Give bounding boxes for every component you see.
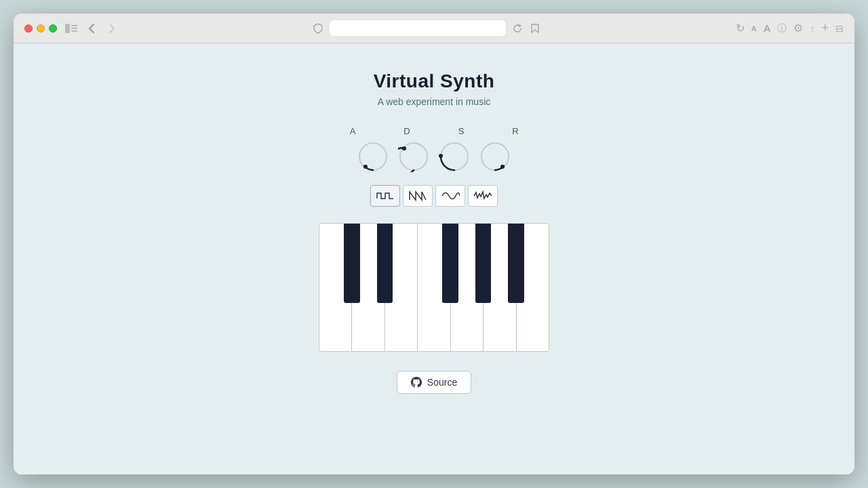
knob-decay[interactable]	[396, 139, 431, 174]
knob-release[interactable]	[477, 139, 513, 174]
back-button[interactable]	[85, 22, 98, 35]
black-key-csharp[interactable]	[344, 224, 360, 303]
refresh-icon[interactable]	[511, 22, 524, 35]
label-s: S	[443, 126, 479, 136]
source-button[interactable]: Source	[397, 371, 471, 394]
downloads-icon[interactable]: ↻	[736, 22, 745, 35]
shield-icon	[312, 22, 324, 35]
minimize-button[interactable]	[37, 24, 45, 33]
label-d: D	[389, 126, 425, 136]
waveform-section	[370, 185, 498, 207]
svg-point-5	[363, 165, 368, 169]
svg-point-9	[439, 154, 443, 158]
tabs-icon[interactable]: ⊟	[835, 23, 844, 34]
knob-sustain[interactable]	[437, 139, 472, 174]
adsr-labels: A D S R	[335, 126, 533, 136]
waveform-square-button[interactable]	[370, 185, 400, 207]
knob-attack[interactable]	[355, 139, 391, 174]
adsr-knobs	[355, 139, 513, 174]
svg-rect-2	[71, 28, 77, 29]
svg-rect-0	[65, 24, 70, 33]
new-tab-icon[interactable]: +	[821, 21, 829, 35]
source-label: Source	[427, 377, 457, 388]
black-key-fsharp[interactable]	[442, 224, 458, 303]
label-a: A	[335, 126, 370, 136]
app-subtitle: A web experiment in music	[378, 96, 491, 107]
piano-keyboard[interactable]	[319, 223, 549, 352]
info-icon[interactable]: ⓘ	[777, 22, 787, 35]
forward-button[interactable]	[106, 22, 118, 35]
adsr-section: A D S R	[335, 126, 533, 174]
svg-rect-1	[71, 25, 77, 26]
bookmark-icon[interactable]	[529, 22, 541, 35]
browser-chrome: localhost ↻ A A ⓘ ⚙ ↑ + ⊟	[14, 14, 854, 43]
share-icon[interactable]: ↑	[810, 23, 814, 34]
font-small-icon[interactable]: A	[751, 24, 757, 33]
browser-window: localhost ↻ A A ⓘ ⚙ ↑ + ⊟	[14, 14, 854, 474]
page-content: Virtual Synth A web experiment in music …	[14, 43, 854, 474]
browser-right-controls: ↻ A A ⓘ ⚙ ↑ + ⊟	[736, 21, 844, 35]
sidebar-toggle-button[interactable]	[65, 22, 77, 35]
black-key-gsharp[interactable]	[475, 224, 492, 303]
app-title: Virtual Synth	[374, 70, 495, 92]
svg-rect-3	[71, 30, 77, 32]
svg-point-7	[402, 146, 406, 150]
label-r: R	[498, 126, 533, 136]
settings-icon[interactable]: ⚙	[793, 22, 803, 35]
black-key-dsharp[interactable]	[377, 224, 393, 303]
maximize-button[interactable]	[49, 24, 57, 33]
font-large-icon[interactable]: A	[764, 22, 771, 34]
svg-point-11	[500, 165, 505, 169]
close-button[interactable]	[24, 24, 33, 33]
waveform-sawtooth-button[interactable]	[403, 185, 433, 207]
waveform-noise-button[interactable]	[468, 185, 498, 207]
waveform-sine-button[interactable]	[435, 185, 465, 207]
address-bar-container: localhost	[126, 20, 728, 36]
black-key-asharp[interactable]	[508, 224, 524, 303]
url-input[interactable]: localhost	[330, 20, 506, 36]
traffic-lights	[24, 24, 57, 33]
